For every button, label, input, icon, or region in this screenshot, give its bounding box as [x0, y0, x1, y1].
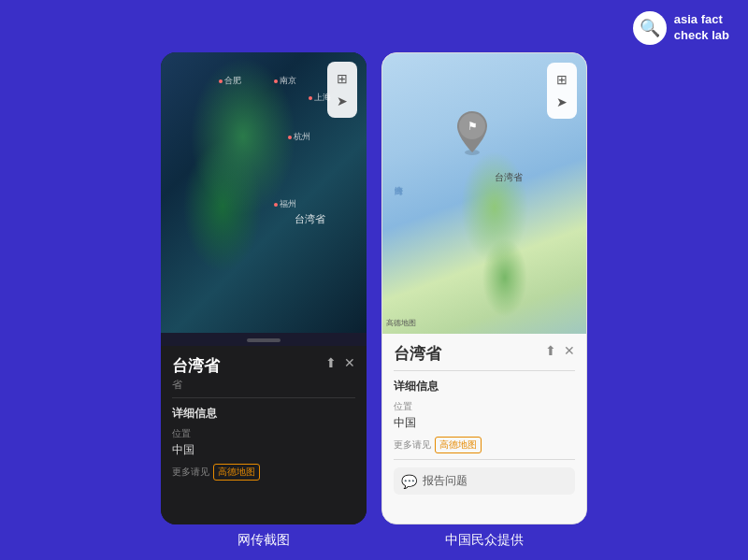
left-panel-title: 台湾省 — [172, 355, 220, 377]
logo-area: 🔍 asia factcheck lab — [633, 11, 729, 45]
right-more-info-text: 更多请见 — [394, 438, 431, 452]
left-location-label: 位置 — [172, 427, 355, 440]
right-gaode-link[interactable]: 高德地图 — [435, 437, 482, 453]
close-icon-right[interactable]: ✕ — [564, 343, 575, 358]
drag-handle-left — [247, 338, 280, 342]
map-icon-left: ⊞ — [337, 72, 348, 85]
left-detail-heading: 详细信息 — [172, 406, 355, 422]
logo-text: asia factcheck lab — [674, 12, 729, 44]
caption-left: 网传截图 — [161, 532, 367, 549]
map-controls-right[interactable]: ⊞ ➤ — [547, 63, 577, 119]
left-panel-icons: ⬆ ✕ — [325, 355, 355, 370]
caption-right: 中国民众提供 — [381, 532, 587, 549]
compass-icon-right: ➤ — [556, 95, 568, 108]
left-info-panel: 台湾省 省 ⬆ ✕ 详细信息 位置 中国 更多请见 高德地图 — [161, 346, 367, 524]
right-panel-header: 台湾省 ⬆ ✕ — [394, 343, 575, 365]
left-detail-section: 详细信息 位置 中国 更多请见 高德地图 — [172, 406, 355, 481]
city-nanjing: 南京 — [274, 75, 296, 87]
report-icon: 💬 — [401, 474, 417, 489]
main-container: 🔍 asia factcheck lab 合肥 南京 上海 — [0, 0, 748, 560]
left-more-info-text: 更多请见 — [172, 466, 209, 479]
right-location-label: 位置 — [394, 400, 575, 413]
share-icon-right[interactable]: ⬆ — [545, 343, 556, 358]
city-hangzhou: 杭州 — [288, 131, 310, 143]
dark-map: 合肥 南京 上海 杭州 福州 台湾省 — [161, 52, 367, 333]
report-problem-button[interactable]: 💬 报告问题 — [394, 467, 575, 495]
right-panel-title: 台湾省 — [394, 343, 441, 365]
close-icon-left[interactable]: ✕ — [344, 355, 355, 370]
right-detail-heading: 详细信息 — [394, 379, 575, 395]
divider-right-2 — [394, 459, 575, 460]
left-title-group: 台湾省 省 — [172, 355, 220, 392]
compass-icon-left: ➤ — [337, 94, 348, 108]
map-footer-label: 高德地图 — [386, 318, 416, 328]
content-row: 合肥 南京 上海 杭州 福州 台湾省 — [0, 52, 748, 524]
right-phone-card: 台湾海峡 台湾省 ⚑ — [381, 52, 587, 524]
search-icon: 🔍 — [633, 11, 667, 45]
share-icon-left[interactable]: ⬆ — [325, 355, 337, 370]
map-icon-right: ⊞ — [556, 73, 568, 86]
divider-right-1 — [394, 370, 575, 371]
taiwan-label-dark: 台湾省 — [295, 212, 325, 226]
right-detail-section: 详细信息 位置 中国 更多请见 高德地图 — [394, 379, 575, 453]
left-phone-card: 合肥 南京 上海 杭州 福州 台湾省 — [161, 52, 367, 524]
right-location-value: 中国 — [394, 415, 575, 431]
left-more-info-row: 更多请见 高德地图 — [172, 464, 355, 481]
right-info-panel: 台湾省 ⬆ ✕ 详细信息 位置 中国 更多请见 高德地图 — [382, 334, 586, 524]
flag-pin: ⚑ — [450, 104, 495, 160]
city-fuzhou: 福州 — [274, 198, 296, 210]
left-map-area: 合肥 南京 上海 杭州 福州 台湾省 — [161, 52, 367, 333]
left-gaode-link[interactable]: 高德地图 — [213, 464, 260, 481]
divider-left-1 — [172, 397, 355, 398]
city-hefei: 合肥 — [219, 75, 241, 87]
taiwan-label-light-map: 台湾省 — [495, 171, 555, 216]
right-map-area: 台湾海峡 台湾省 ⚑ — [382, 53, 586, 334]
map-controls-left[interactable]: ⊞ ➤ — [327, 62, 357, 118]
header: 🔍 asia factcheck lab — [0, 0, 748, 52]
right-panel-icons: ⬆ ✕ — [545, 343, 575, 358]
left-panel-header: 台湾省 省 ⬆ ✕ — [172, 355, 355, 392]
report-label: 报告问题 — [423, 473, 468, 489]
svg-text:⚑: ⚑ — [467, 120, 477, 133]
light-map: 台湾海峡 台湾省 ⚑ — [382, 53, 586, 334]
left-panel-subtitle: 省 — [172, 378, 220, 392]
right-more-info-row: 更多请见 高德地图 — [394, 437, 575, 453]
left-location-value: 中国 — [172, 442, 355, 458]
caption-row: 网传截图 中国民众提供 — [0, 524, 748, 560]
